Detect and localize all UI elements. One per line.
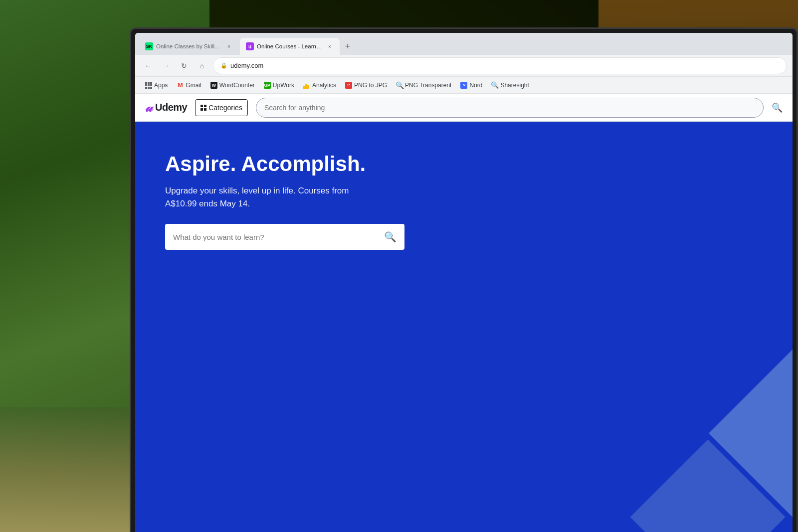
screen-bezel: SK Online Classes by Skillshare | S × u … — [135, 33, 793, 532]
udemy-logo[interactable]: 𝓊 Udemy — [145, 100, 187, 115]
browser-window: SK Online Classes by Skillshare | S × u … — [135, 33, 793, 532]
hero-search-bar[interactable]: 🔍 — [165, 224, 404, 250]
bookmark-png-jpg-label: PNG to JPG — [354, 82, 387, 89]
bookmark-upwork[interactable]: UP UpWork — [260, 80, 298, 91]
tab-bar: SK Online Classes by Skillshare | S × u … — [135, 33, 793, 55]
udemy-logo-mark: 𝓊 — [145, 100, 152, 115]
categories-label: Categories — [208, 104, 242, 112]
url-bar[interactable]: 🔒 udemy.com — [213, 57, 787, 74]
home-button[interactable]: ⌂ — [195, 59, 209, 73]
bookmark-wordcounter[interactable]: W WordCounter — [206, 80, 259, 91]
bookmark-sharesight-label: Sharesight — [500, 82, 529, 89]
bookmark-png-jpg[interactable]: P PNG to JPG — [341, 80, 391, 91]
skillshare-favicon: SK — [145, 42, 153, 50]
sharesight-favicon: 🔍 — [491, 82, 498, 89]
svg-rect-1 — [204, 105, 206, 107]
hero-subtext: Upgrade your skills, level up in life. C… — [165, 184, 763, 210]
bookmark-png-transparent[interactable]: 🔍 PNG Transparent — [392, 80, 455, 91]
bookmarks-bar: Apps M Gmail W WordCounter UP — [135, 77, 793, 94]
apps-grid-icon — [145, 82, 152, 89]
nord-favicon: N — [460, 82, 467, 89]
svg-rect-0 — [200, 105, 203, 107]
udemy-logo-text: Udemy — [155, 102, 187, 113]
hero-headline: Aspire. Accomplish. — [165, 152, 763, 177]
udemy-search-bar[interactable] — [256, 98, 764, 118]
reload-button[interactable]: ↻ — [177, 59, 191, 73]
tab-udemy-close[interactable]: × — [326, 42, 334, 50]
hero-subtext-text: Upgrade your skills, level up in life. C… — [165, 186, 349, 208]
bookmark-upwork-label: UpWork — [273, 82, 294, 89]
tab-skillshare-close[interactable]: × — [225, 42, 233, 50]
udemy-navbar: 𝓊 Udemy Categories — [135, 94, 793, 122]
address-bar: ← → ↻ ⌂ 🔒 udemy.com — [135, 55, 793, 77]
tab-skillshare[interactable]: SK Online Classes by Skillshare | S × — [139, 38, 239, 55]
png-transparent-favicon: 🔍 — [396, 82, 403, 89]
forward-button[interactable]: → — [159, 59, 173, 73]
back-button[interactable]: ← — [141, 59, 155, 73]
udemy-favicon: u — [246, 42, 254, 50]
upwork-favicon: UP — [264, 82, 271, 89]
new-tab-button[interactable]: + — [341, 39, 355, 53]
bookmark-apps-label: Apps — [154, 82, 168, 89]
svg-rect-2 — [200, 108, 203, 111]
tab-skillshare-title: Online Classes by Skillshare | S — [156, 43, 222, 49]
hero-search-button[interactable]: 🔍 — [384, 231, 397, 243]
analytics-favicon — [303, 82, 310, 89]
laptop-frame: SK Online Classes by Skillshare | S × u … — [130, 27, 798, 532]
svg-rect-3 — [204, 108, 206, 111]
bookmark-sharesight[interactable]: 🔍 Sharesight — [487, 80, 533, 91]
bookmark-analytics[interactable]: Analytics — [299, 80, 340, 91]
bookmark-apps[interactable]: Apps — [141, 80, 172, 91]
bookmark-wordcounter-label: WordCounter — [219, 82, 255, 89]
url-text: udemy.com — [230, 62, 263, 69]
udemy-search-icon[interactable]: 🔍 — [772, 102, 783, 113]
bookmark-gmail-label: Gmail — [186, 82, 201, 89]
tab-udemy-title: Online Courses - Learn Anythi — [257, 43, 323, 49]
bookmark-gmail[interactable]: M Gmail — [173, 80, 205, 91]
bookmark-nord-label: Nord — [469, 82, 482, 89]
categories-button[interactable]: Categories — [195, 99, 248, 116]
png-to-jpg-favicon: P — [345, 82, 352, 89]
lock-icon: 🔒 — [220, 62, 227, 69]
grid-categories-icon — [200, 105, 206, 111]
udemy-hero-section: Aspire. Accomplish. Upgrade your skills,… — [135, 122, 793, 532]
website-content: 𝓊 Udemy Categories — [135, 94, 793, 532]
bookmark-png-transparent-label: PNG Transparent — [405, 82, 451, 89]
gmail-favicon: M — [177, 82, 184, 89]
hero-search-input[interactable] — [173, 233, 384, 241]
bookmark-analytics-label: Analytics — [312, 82, 336, 89]
udemy-search-input[interactable] — [264, 104, 755, 112]
wordcounter-favicon: W — [210, 82, 217, 89]
tab-udemy[interactable]: u Online Courses - Learn Anythi × — [240, 38, 340, 55]
bookmark-nord[interactable]: N Nord — [456, 80, 486, 91]
